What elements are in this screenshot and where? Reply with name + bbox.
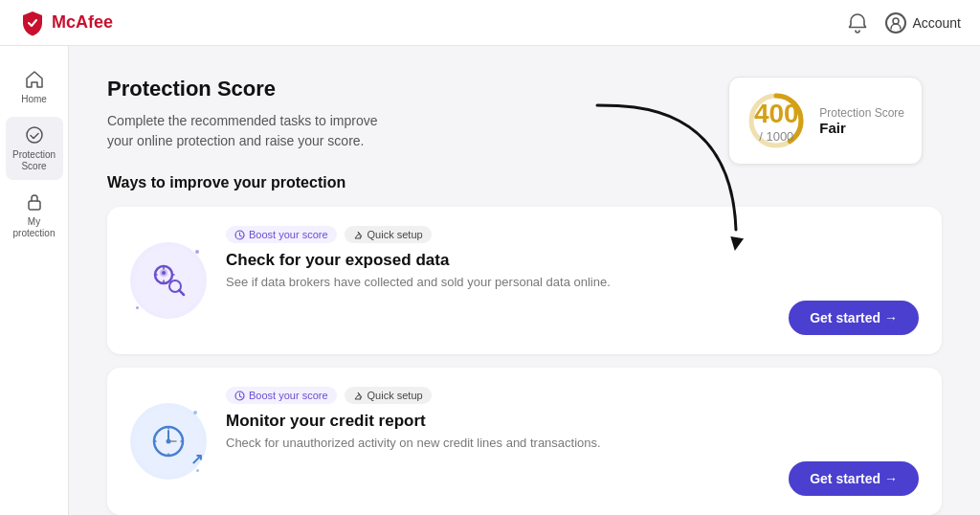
card-title-2: Monitor your credit report <box>226 412 919 431</box>
score-value: 400 <box>754 99 799 129</box>
svg-point-0 <box>893 18 899 24</box>
svg-point-1 <box>27 127 42 143</box>
home-icon <box>24 69 45 90</box>
card-title-1: Check for your exposed data <box>226 251 919 270</box>
card-content-1: Boost your score Quick setup Check for y… <box>226 226 919 335</box>
svg-rect-2 <box>29 201 40 210</box>
sidebar-item-home[interactable]: Home <box>6 61 63 113</box>
quick-badge-1: Quick setup <box>345 226 432 243</box>
score-denominator: / 1000 <box>754 129 799 144</box>
sidebar-protection-label: Protection Score <box>11 149 57 172</box>
header-right: Account <box>847 12 961 34</box>
card-desc-2: Check for unauthorized activity on new c… <box>226 436 919 450</box>
account-circle-icon <box>885 12 906 34</box>
shield-icon <box>24 124 45 146</box>
mcafee-shield-icon <box>19 10 46 36</box>
card-illustration-2: ↗ <box>130 403 207 480</box>
section-title: Ways to improve your protection <box>107 174 942 191</box>
mcafee-logo: McAfee <box>19 10 113 36</box>
sidebar-my-protection-label: My protection <box>11 216 57 239</box>
mcafee-text: McAfee <box>52 12 113 33</box>
main-content: Protection Score Complete the recommende… <box>69 46 980 515</box>
svg-line-10 <box>179 290 184 295</box>
card-badges-2: Boost your score Quick setup <box>226 387 919 404</box>
svg-point-8 <box>162 271 166 275</box>
page-description: Complete the recommended tasks to improv… <box>107 111 394 151</box>
sidebar-item-my-protection[interactable]: My protection <box>6 184 63 247</box>
header: McAfee Account <box>0 0 980 46</box>
score-label-value: Fair <box>819 120 904 136</box>
card-desc-1: See if data brokers have collected and s… <box>226 275 919 289</box>
boost-badge-2: Boost your score <box>226 387 337 404</box>
cards-container: Boost your score Quick setup Check for y… <box>107 207 942 515</box>
svg-point-13 <box>167 439 171 444</box>
account-button[interactable]: Account <box>885 12 961 34</box>
score-label-wrap: Protection Score Fair <box>819 106 904 136</box>
get-started-button-2[interactable]: Get started → <box>789 461 919 496</box>
account-label: Account <box>912 15 961 31</box>
card-content-2: Boost your score Quick setup Monitor you… <box>226 387 919 496</box>
sidebar: Home Protection Score My protection <box>0 46 69 515</box>
main-layout: Home Protection Score My protection <box>0 46 980 515</box>
score-badge: 400 / 1000 Protection Score Fair <box>728 77 923 165</box>
boost-badge-1: Boost your score <box>226 226 337 243</box>
lock-icon <box>24 191 45 213</box>
quick-badge-2: Quick setup <box>345 387 432 404</box>
card-credit-report: ↗ Boost your score Quick setup Monitor y <box>107 368 942 515</box>
bell-icon[interactable] <box>847 12 868 34</box>
card-badges-1: Boost your score Quick setup <box>226 226 919 243</box>
sidebar-home-label: Home <box>21 94 47 105</box>
score-label-title: Protection Score <box>819 106 904 120</box>
card-illustration-1 <box>130 242 207 319</box>
get-started-button-1[interactable]: Get started → <box>789 301 919 335</box>
card-exposed-data: Boost your score Quick setup Check for y… <box>107 207 942 354</box>
sidebar-item-protection-score[interactable]: Protection Score <box>6 117 63 180</box>
